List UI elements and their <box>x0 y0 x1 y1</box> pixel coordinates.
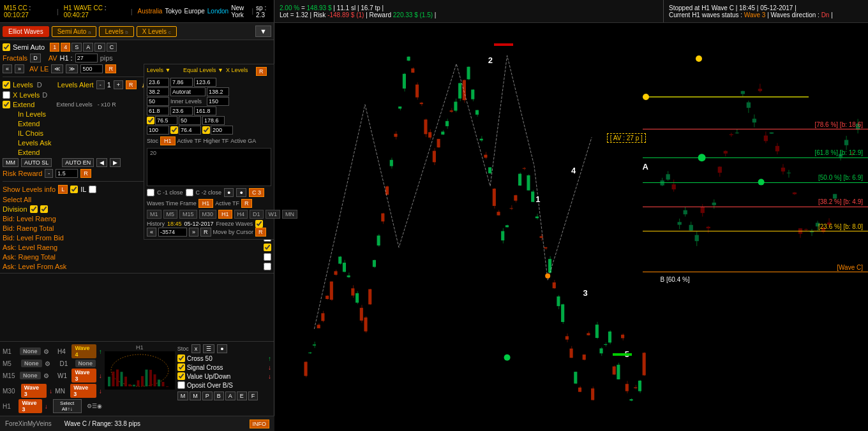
dot1[interactable]: ● <box>224 188 234 197</box>
btn-s[interactable]: S <box>71 43 82 52</box>
xv-1236[interactable] <box>194 78 216 87</box>
freeze-check[interactable] <box>255 220 263 228</box>
btn-a[interactable]: A <box>83 43 93 52</box>
division-check2[interactable] <box>40 205 48 213</box>
arrow-left[interactable]: « <box>3 64 12 73</box>
tab-levels[interactable]: Levels b <box>99 26 133 37</box>
e-btn[interactable]: E <box>237 391 247 400</box>
ask-from-ask-check[interactable] <box>264 263 271 270</box>
value-updown-check[interactable] <box>177 372 185 380</box>
lv-618[interactable] <box>147 106 169 115</box>
tf-w1[interactable]: W1 <box>266 210 281 219</box>
hist-prev[interactable]: « <box>147 228 156 237</box>
hist-input[interactable] <box>158 228 187 237</box>
c3-btn[interactable]: C 3 <box>249 188 264 197</box>
info-btn[interactable]: INFO <box>250 420 270 428</box>
cross50-check[interactable] <box>177 354 185 362</box>
alert-plus[interactable]: + <box>114 80 123 89</box>
xv-200[interactable] <box>211 126 233 135</box>
xv-1382[interactable] <box>207 87 229 96</box>
signal-cross-check[interactable] <box>177 363 185 371</box>
australia-session[interactable]: Australia <box>138 8 163 15</box>
inner-50[interactable] <box>179 116 201 125</box>
m-btn-1[interactable]: M <box>177 391 189 400</box>
xv-150[interactable] <box>207 97 229 106</box>
xv-200-check[interactable] <box>202 126 210 134</box>
inner-764-check[interactable] <box>170 126 178 134</box>
arrow-right[interactable]: » <box>15 64 24 73</box>
btn-1[interactable]: 1 <box>50 43 59 52</box>
stoc-x[interactable]: x <box>191 344 201 353</box>
btn-4[interactable]: 4 <box>61 43 70 52</box>
il-check[interactable] <box>89 186 96 193</box>
europe-session[interactable]: Europe <box>184 8 205 15</box>
avle-btn[interactable]: ≪ <box>51 64 63 73</box>
london-session[interactable]: London <box>207 8 228 15</box>
inner-236[interactable] <box>170 106 193 115</box>
auto-en-btn[interactable]: AUTO EN <box>62 158 94 167</box>
tf-m1[interactable]: M1 <box>147 210 161 219</box>
tf-h1-active[interactable]: H1 <box>218 210 232 219</box>
tokyo-session[interactable]: Tokyo <box>165 8 181 15</box>
auto-sl-btn[interactable]: AUTO SL <box>21 158 52 167</box>
tf-m30[interactable]: M30 <box>199 210 217 219</box>
c2-close-check[interactable] <box>186 189 193 196</box>
oposit-check[interactable] <box>177 381 185 389</box>
lv-382[interactable] <box>147 87 169 96</box>
xlevels-check[interactable] <box>3 91 10 99</box>
tf-m5[interactable]: M5 <box>163 210 178 219</box>
eq-786[interactable] <box>170 78 193 87</box>
lv-765[interactable] <box>155 116 177 125</box>
c1-close-check[interactable] <box>147 189 154 196</box>
f-btn[interactable]: F <box>248 391 258 400</box>
dot2[interactable]: ● <box>236 188 246 197</box>
dropdown-btn[interactable]: ▼ <box>255 26 271 37</box>
lv-236[interactable] <box>147 78 169 87</box>
fractals-d-btn[interactable]: D <box>30 54 41 62</box>
wtf-h1-btn[interactable]: H1 <box>198 199 214 208</box>
select-all-btn[interactable]: Select All↑↓ <box>53 399 82 413</box>
tab-elliot[interactable]: Elliot Waves <box>3 26 49 37</box>
extend-check[interactable] <box>3 101 10 108</box>
auto-en-arr[interactable]: ◀ <box>96 158 107 167</box>
stoc-dot[interactable]: ● <box>217 344 227 353</box>
avle-btn2[interactable]: ≫ <box>66 64 78 73</box>
levels-check[interactable] <box>3 81 10 89</box>
l-btn[interactable]: L <box>58 185 68 194</box>
r-btn-avle[interactable]: R <box>105 64 116 73</box>
xv-1618[interactable] <box>194 106 216 115</box>
tf-d1[interactable]: D1 <box>250 210 264 219</box>
b-btn[interactable]: B <box>214 391 224 400</box>
lv-765-check[interactable] <box>147 117 154 124</box>
tf-m15[interactable]: M15 <box>179 210 197 219</box>
xv-1786[interactable] <box>202 116 225 125</box>
inner-764[interactable] <box>179 126 201 135</box>
lv-50[interactable] <box>147 97 169 106</box>
p-btn[interactable]: P <box>202 391 213 400</box>
tf-mn[interactable]: MN <box>282 210 297 219</box>
auto-en-arr2[interactable]: ▶ <box>110 158 121 167</box>
mm-btn[interactable]: MM <box>3 158 19 167</box>
hist-next[interactable]: » <box>189 228 198 237</box>
semiauto-check[interactable] <box>3 43 10 51</box>
stoc-menu[interactable]: ☰ <box>203 344 214 353</box>
rr-r[interactable]: R <box>80 169 91 178</box>
ask-raeng-total-check[interactable] <box>264 253 271 261</box>
lv-100[interactable] <box>147 126 169 135</box>
eq-autorat[interactable] <box>170 87 206 96</box>
stoc-h1-btn[interactable]: H1 <box>160 136 176 145</box>
alert-minus[interactable]: - <box>96 80 105 89</box>
tf-h4[interactable]: H4 <box>234 210 248 219</box>
division-check1[interactable] <box>30 205 38 213</box>
avle-input[interactable] <box>80 64 103 73</box>
rr-minus[interactable]: - <box>45 169 53 178</box>
levels-r-btn[interactable]: R <box>256 67 267 76</box>
rr-input[interactable] <box>56 169 78 178</box>
btn-c[interactable]: C <box>107 43 117 52</box>
tab-xlevels[interactable]: X Levels c <box>137 26 177 37</box>
btn-d[interactable]: D <box>94 43 105 52</box>
h1-input[interactable] <box>75 54 98 62</box>
l-check[interactable] <box>70 186 78 193</box>
a-btn2[interactable]: A <box>225 391 236 400</box>
wave-icons[interactable]: ⚙☰◉ <box>87 403 102 409</box>
